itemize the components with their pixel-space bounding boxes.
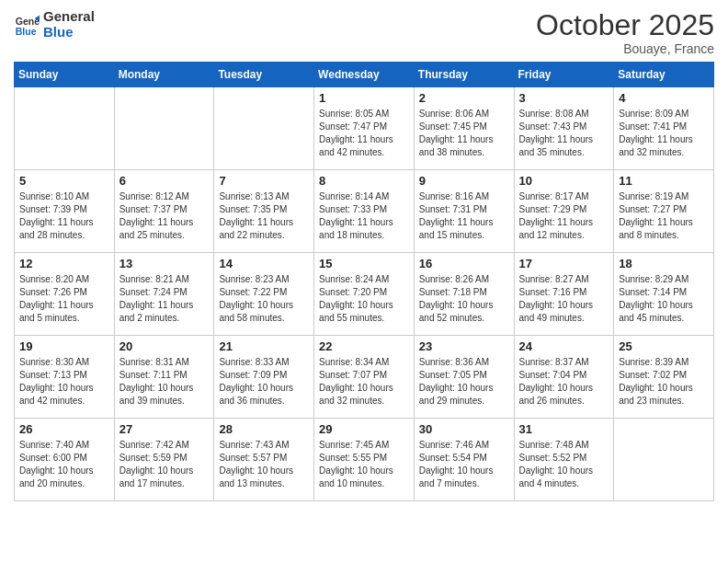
- day-number: 1: [319, 91, 409, 105]
- calendar-cell: 11Sunrise: 8:19 AM Sunset: 7:27 PM Dayli…: [614, 170, 714, 253]
- week-row-4: 19Sunrise: 8:30 AM Sunset: 7:13 PM Dayli…: [15, 336, 714, 419]
- day-number: 10: [519, 174, 609, 188]
- calendar-table: SundayMondayTuesdayWednesdayThursdayFrid…: [14, 62, 714, 501]
- day-info: Sunrise: 7:48 AM Sunset: 5:52 PM Dayligh…: [519, 439, 609, 490]
- day-number: 8: [319, 174, 409, 188]
- day-info: Sunrise: 8:39 AM Sunset: 7:02 PM Dayligh…: [619, 356, 709, 408]
- day-number: 5: [19, 174, 109, 188]
- calendar-cell: 27Sunrise: 7:42 AM Sunset: 5:59 PM Dayli…: [114, 419, 214, 501]
- day-info: Sunrise: 8:08 AM Sunset: 7:43 PM Dayligh…: [519, 108, 609, 159]
- logo: General Blue General Blue: [14, 9, 95, 40]
- day-info: Sunrise: 8:37 AM Sunset: 7:04 PM Dayligh…: [519, 356, 609, 408]
- header-wednesday: Wednesday: [314, 63, 415, 87]
- week-row-3: 12Sunrise: 8:20 AM Sunset: 7:26 PM Dayli…: [15, 253, 714, 336]
- week-row-1: 1Sunrise: 8:05 AM Sunset: 7:47 PM Daylig…: [15, 87, 714, 170]
- day-number: 9: [419, 174, 509, 188]
- day-info: Sunrise: 8:21 AM Sunset: 7:24 PM Dayligh…: [119, 273, 210, 325]
- day-info: Sunrise: 8:30 AM Sunset: 7:13 PM Dayligh…: [19, 356, 109, 408]
- day-number: 16: [419, 257, 509, 270]
- day-info: Sunrise: 7:42 AM Sunset: 5:59 PM Dayligh…: [119, 439, 210, 490]
- calendar-cell: 19Sunrise: 8:30 AM Sunset: 7:13 PM Dayli…: [15, 336, 115, 419]
- day-number: 14: [219, 257, 309, 270]
- day-info: Sunrise: 8:06 AM Sunset: 7:45 PM Dayligh…: [419, 108, 509, 159]
- day-info: Sunrise: 8:27 AM Sunset: 7:16 PM Dayligh…: [519, 273, 609, 325]
- calendar-cell: 4Sunrise: 8:09 AM Sunset: 7:41 PM Daylig…: [614, 87, 714, 170]
- header-sunday: Sunday: [15, 63, 115, 87]
- day-number: 19: [19, 339, 109, 353]
- day-info: Sunrise: 8:17 AM Sunset: 7:29 PM Dayligh…: [519, 190, 609, 242]
- day-number: 7: [219, 174, 309, 188]
- day-info: Sunrise: 8:34 AM Sunset: 7:07 PM Dayligh…: [319, 356, 409, 408]
- calendar-cell: 28Sunrise: 7:43 AM Sunset: 5:57 PM Dayli…: [214, 419, 314, 501]
- calendar-cell: 21Sunrise: 8:33 AM Sunset: 7:09 PM Dayli…: [214, 336, 314, 419]
- day-number: 26: [19, 422, 109, 436]
- header-monday: Monday: [114, 63, 214, 87]
- day-info: Sunrise: 8:13 AM Sunset: 7:35 PM Dayligh…: [219, 190, 309, 242]
- calendar-cell: 5Sunrise: 8:10 AM Sunset: 7:39 PM Daylig…: [15, 170, 115, 253]
- day-number: 17: [519, 257, 609, 270]
- svg-text:Blue: Blue: [16, 25, 37, 36]
- day-info: Sunrise: 7:46 AM Sunset: 5:54 PM Dayligh…: [419, 439, 509, 490]
- day-number: 23: [419, 339, 509, 353]
- logo-line1: General: [43, 9, 95, 25]
- header-tuesday: Tuesday: [214, 63, 314, 87]
- day-info: Sunrise: 8:16 AM Sunset: 7:31 PM Dayligh…: [419, 190, 509, 242]
- calendar-cell: 3Sunrise: 8:08 AM Sunset: 7:43 PM Daylig…: [514, 87, 614, 170]
- day-number: 3: [519, 91, 609, 105]
- calendar-cell: 29Sunrise: 7:45 AM Sunset: 5:55 PM Dayli…: [314, 419, 415, 501]
- calendar-cell: 8Sunrise: 8:14 AM Sunset: 7:33 PM Daylig…: [314, 170, 415, 253]
- calendar-cell: [614, 419, 714, 501]
- day-info: Sunrise: 8:26 AM Sunset: 7:18 PM Dayligh…: [419, 273, 509, 325]
- day-number: 25: [619, 339, 709, 353]
- calendar-cell: 7Sunrise: 8:13 AM Sunset: 7:35 PM Daylig…: [214, 170, 314, 253]
- day-number: 13: [119, 257, 210, 270]
- location: Bouaye, France: [536, 41, 714, 56]
- calendar-cell: 1Sunrise: 8:05 AM Sunset: 7:47 PM Daylig…: [314, 87, 415, 170]
- calendar-cell: 14Sunrise: 8:23 AM Sunset: 7:22 PM Dayli…: [214, 253, 314, 336]
- day-number: 18: [619, 257, 709, 270]
- day-info: Sunrise: 8:31 AM Sunset: 7:11 PM Dayligh…: [119, 356, 210, 408]
- day-number: 21: [219, 339, 309, 353]
- day-info: Sunrise: 8:05 AM Sunset: 7:47 PM Dayligh…: [319, 108, 409, 159]
- calendar-header: SundayMondayTuesdayWednesdayThursdayFrid…: [15, 63, 714, 87]
- calendar-cell: 23Sunrise: 8:36 AM Sunset: 7:05 PM Dayli…: [414, 336, 514, 419]
- day-number: 31: [519, 422, 609, 436]
- calendar-cell: 6Sunrise: 8:12 AM Sunset: 7:37 PM Daylig…: [114, 170, 214, 253]
- day-info: Sunrise: 7:43 AM Sunset: 5:57 PM Dayligh…: [219, 439, 309, 490]
- calendar-cell: 2Sunrise: 8:06 AM Sunset: 7:45 PM Daylig…: [414, 87, 514, 170]
- day-number: 24: [519, 339, 609, 353]
- day-info: Sunrise: 8:19 AM Sunset: 7:27 PM Dayligh…: [619, 190, 709, 242]
- day-number: 27: [119, 422, 210, 436]
- calendar-cell: 17Sunrise: 8:27 AM Sunset: 7:16 PM Dayli…: [514, 253, 614, 336]
- day-number: 11: [619, 174, 709, 188]
- day-number: 4: [619, 91, 709, 105]
- day-info: Sunrise: 8:24 AM Sunset: 7:20 PM Dayligh…: [319, 273, 409, 325]
- day-number: 6: [119, 174, 210, 188]
- week-row-2: 5Sunrise: 8:10 AM Sunset: 7:39 PM Daylig…: [15, 170, 714, 253]
- calendar-cell: 18Sunrise: 8:29 AM Sunset: 7:14 PM Dayli…: [614, 253, 714, 336]
- header-row: SundayMondayTuesdayWednesdayThursdayFrid…: [15, 63, 714, 87]
- calendar-cell: 12Sunrise: 8:20 AM Sunset: 7:26 PM Dayli…: [15, 253, 115, 336]
- day-number: 28: [219, 422, 309, 436]
- day-info: Sunrise: 8:14 AM Sunset: 7:33 PM Dayligh…: [319, 190, 409, 242]
- day-info: Sunrise: 8:12 AM Sunset: 7:37 PM Dayligh…: [119, 190, 210, 242]
- day-number: 22: [319, 339, 409, 353]
- day-number: 20: [119, 339, 210, 353]
- day-info: Sunrise: 7:40 AM Sunset: 6:00 PM Dayligh…: [19, 439, 109, 490]
- calendar-cell: 10Sunrise: 8:17 AM Sunset: 7:29 PM Dayli…: [514, 170, 614, 253]
- calendar-cell: 31Sunrise: 7:48 AM Sunset: 5:52 PM Dayli…: [514, 419, 614, 501]
- calendar-cell: 16Sunrise: 8:26 AM Sunset: 7:18 PM Dayli…: [414, 253, 514, 336]
- calendar-cell: [214, 87, 314, 170]
- calendar-cell: 9Sunrise: 8:16 AM Sunset: 7:31 PM Daylig…: [414, 170, 514, 253]
- logo-icon: General Blue: [14, 12, 40, 38]
- calendar-cell: 13Sunrise: 8:21 AM Sunset: 7:24 PM Dayli…: [114, 253, 214, 336]
- day-info: Sunrise: 8:10 AM Sunset: 7:39 PM Dayligh…: [19, 190, 109, 242]
- calendar-body: 1Sunrise: 8:05 AM Sunset: 7:47 PM Daylig…: [15, 87, 714, 501]
- month-title: October 2025: [536, 9, 714, 41]
- day-info: Sunrise: 8:33 AM Sunset: 7:09 PM Dayligh…: [219, 356, 309, 408]
- day-number: 29: [319, 422, 409, 436]
- header-friday: Friday: [514, 63, 614, 87]
- calendar-cell: [114, 87, 214, 170]
- calendar-cell: [15, 87, 115, 170]
- calendar-cell: 25Sunrise: 8:39 AM Sunset: 7:02 PM Dayli…: [614, 336, 714, 419]
